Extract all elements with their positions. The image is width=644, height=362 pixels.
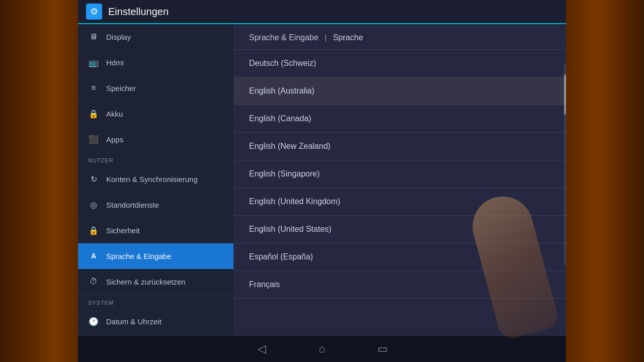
language-list: Deutsch (Schweiz) English (Australia) En…	[234, 50, 566, 299]
hdmi-icon: 📺	[88, 57, 99, 68]
sidebar-label-display: Display	[106, 33, 131, 41]
display-icon: 🖥	[88, 31, 99, 42]
sidebar-label-sichern: Sichern & zurücksetzen	[106, 278, 186, 286]
wood-border-right	[566, 0, 644, 362]
nutzer-section-header: NUTZER	[78, 152, 233, 166]
datum-icon: 🕐	[88, 316, 99, 327]
breadcrumb: Sprache & Eingabe | Sprache	[249, 33, 363, 42]
sidebar: 🖥 Display 📺 Hdmi ≡ Speicher 🔒 Akku ⬛ App…	[78, 24, 234, 336]
breadcrumb-separator: |	[325, 33, 327, 42]
language-item-en-nz[interactable]: English (New Zealand)	[234, 133, 566, 160]
language-item-en-us[interactable]: English (United States)	[234, 216, 566, 243]
wood-border-left	[0, 0, 78, 362]
settings-icon: ⚙	[86, 4, 102, 20]
breadcrumb-parent: Sprache & Eingabe	[249, 33, 318, 42]
standort-icon: ◎	[88, 199, 99, 210]
sidebar-item-datum[interactable]: 🕐 Datum & Uhrzeit	[78, 309, 233, 334]
panel-header: Sprache & Eingabe | Sprache	[234, 24, 566, 50]
sidebar-label-sicherheit: Sicherheit	[106, 226, 140, 235]
sidebar-label-sprache: Sprache & Eingabe	[106, 252, 171, 260]
app-title: Einstellungen	[108, 6, 169, 18]
apps-icon: ⬛	[88, 134, 99, 145]
sidebar-item-standort[interactable]: ◎ Standortdienste	[78, 192, 233, 218]
sidebar-item-sprache[interactable]: A Sprache & Eingabe	[78, 243, 233, 269]
sidebar-item-konten[interactable]: ↻ Konten & Synchronisierung	[78, 166, 233, 192]
sidebar-label-apps: Apps	[106, 135, 123, 144]
main-content: 🖥 Display 📺 Hdmi ≡ Speicher 🔒 Akku ⬛ App…	[78, 24, 566, 336]
sidebar-item-display[interactable]: 🖥 Display	[78, 24, 233, 50]
sidebar-label-standort: Standortdienste	[106, 201, 159, 209]
scroll-thumb[interactable]	[564, 74, 566, 115]
konten-icon: ↻	[88, 173, 99, 185]
speicher-icon: ≡	[88, 82, 99, 94]
akku-icon: 🔒	[88, 108, 99, 119]
scroll-indicator	[564, 64, 566, 265]
bottom-nav-bar: ◁ ⌂ ▭	[78, 336, 566, 362]
sprache-icon: A	[88, 250, 99, 261]
sidebar-label-speicher: Speicher	[106, 84, 136, 93]
language-item-en-gb[interactable]: English (United Kingdom)	[234, 188, 566, 216]
sidebar-item-akku[interactable]: 🔒 Akku	[78, 101, 233, 127]
top-bar: ⚙ Einstellungen	[78, 0, 566, 24]
sidebar-item-hdmi[interactable]: 📺 Hdmi	[78, 50, 233, 75]
right-panel: Sprache & Eingabe | Sprache Deutsch (Sch…	[234, 24, 566, 336]
system-section-header: SYSTEM	[78, 295, 233, 309]
sidebar-item-apps[interactable]: ⬛ Apps	[78, 127, 233, 152]
sidebar-label-hdmi: Hdmi	[106, 58, 124, 67]
sidebar-label-datum: Datum & Uhrzeit	[106, 317, 162, 326]
sidebar-label-akku: Akku	[106, 110, 123, 118]
language-item-en-au[interactable]: English (Australia)	[234, 77, 566, 105]
language-item-es[interactable]: Español (España)	[234, 243, 566, 271]
language-item-en-ca[interactable]: English (Canada)	[234, 105, 566, 133]
recents-button[interactable]: ▭	[372, 339, 392, 359]
sidebar-item-sicherheit[interactable]: 🔒 Sicherheit	[78, 218, 233, 243]
sidebar-item-sichern[interactable]: ⏱ Sichern & zurücksetzen	[78, 269, 233, 295]
home-button[interactable]: ⌂	[312, 339, 332, 359]
back-button[interactable]: ◁	[252, 339, 272, 359]
language-item-de-ch[interactable]: Deutsch (Schweiz)	[234, 50, 566, 77]
language-item-fr[interactable]: Français	[234, 271, 566, 299]
breadcrumb-current: Sprache	[333, 33, 363, 42]
sicherheit-icon: 🔒	[88, 225, 99, 236]
sichern-icon: ⏱	[88, 276, 99, 287]
tablet-screen: ⚙ Einstellungen 🖥 Display 📺 Hdmi ≡ Speic…	[78, 0, 566, 362]
sidebar-label-konten: Konten & Synchronisierung	[106, 175, 198, 184]
sidebar-item-speicher[interactable]: ≡ Speicher	[78, 75, 233, 101]
language-item-en-sg[interactable]: English (Singapore)	[234, 160, 566, 188]
